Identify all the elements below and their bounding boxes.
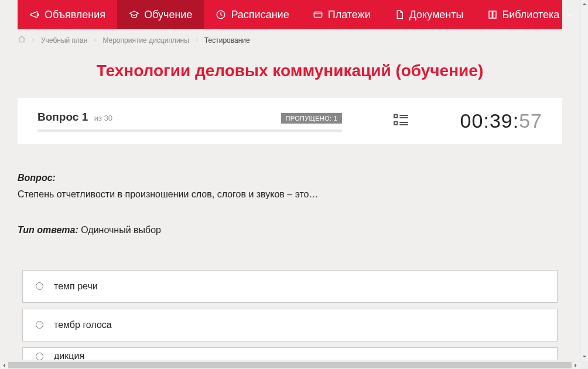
answer-options: темп речи тембр голоса дикция (18, 270, 562, 360)
scroll-up-icon[interactable] (580, 0, 588, 8)
book-icon (487, 9, 498, 20)
breadcrumb: Учебный план Мероприятие дисциплины Тест… (18, 29, 562, 51)
svg-rect-1 (314, 12, 322, 18)
nav-education[interactable]: Обучение (117, 0, 204, 29)
page-title: Технологии деловых коммуникаций (обучени… (0, 62, 580, 80)
megaphone-icon (29, 9, 40, 20)
nav-label: Документы (409, 9, 464, 21)
answer-radio[interactable] (36, 353, 43, 360)
nav-announcements[interactable]: Объявления (18, 0, 117, 29)
graduation-cap-icon (129, 9, 139, 20)
question-label: Вопрос: (18, 170, 562, 186)
answer-option-label: дикция (54, 351, 84, 360)
vertical-scrollbar[interactable] (580, 0, 588, 361)
question-text: Степень отчетливости в произношении слов… (18, 187, 562, 202)
question-list-button[interactable] (392, 111, 411, 132)
chevron-right-icon (30, 36, 36, 45)
question-total: из 30 (94, 114, 112, 122)
scrollbar-corner (580, 361, 588, 369)
question-number-label: Вопрос 1 (37, 111, 88, 123)
scroll-right-icon[interactable] (572, 361, 580, 369)
chevron-down-icon (564, 9, 575, 20)
scroll-left-icon[interactable] (0, 361, 8, 369)
clock-icon (216, 9, 226, 20)
question-block: Вопрос: Степень отчетливости в произноше… (18, 170, 562, 238)
card-icon (313, 9, 323, 20)
answer-radio[interactable] (36, 321, 43, 329)
nav-label: Расписание (231, 9, 289, 21)
home-icon[interactable] (18, 35, 26, 45)
answer-radio[interactable] (36, 282, 43, 290)
scroll-down-icon[interactable] (580, 353, 588, 361)
answer-option[interactable]: темп речи (22, 270, 558, 303)
breadcrumb-discipline-event[interactable]: Мероприятие дисциплины (102, 36, 189, 45)
status-bar: Вопрос 1 из 30 ПРОПУЩЕНО: 1 0 (18, 98, 562, 144)
nav-documents[interactable]: Документы (382, 0, 476, 29)
nav-label: Обучение (144, 9, 192, 21)
chevron-right-icon (92, 36, 98, 45)
nav-label: Объявления (45, 9, 105, 21)
svg-rect-2 (394, 114, 397, 117)
progress-bar (37, 129, 342, 132)
main-nav: Объявления Обучение Расписание Платежи (18, 0, 562, 29)
chevron-right-icon (194, 36, 200, 45)
nav-schedule[interactable]: Расписание (204, 0, 300, 29)
breadcrumb-testing: Тестирование (204, 36, 250, 45)
answer-option[interactable]: тембр голоса (22, 309, 558, 341)
timer: 00:39:57 (460, 110, 542, 132)
nav-label: Библиотека (502, 9, 560, 21)
breadcrumb-curriculum[interactable]: Учебный план (41, 36, 87, 45)
answer-option[interactable]: дикция (22, 347, 558, 360)
answer-option-label: тембр голоса (54, 320, 112, 330)
answer-type: Тип ответа: Одиночный выбор (18, 223, 562, 238)
nav-library[interactable]: Библиотека (476, 0, 580, 29)
answer-option-label: темп речи (54, 281, 98, 292)
skipped-badge: ПРОПУЩЕНО: 1 (281, 113, 342, 124)
horizontal-scrollbar[interactable] (0, 361, 580, 369)
nav-label: Платежи (328, 9, 371, 21)
svg-rect-3 (394, 121, 397, 124)
scrollbar-thumb[interactable] (8, 362, 572, 368)
nav-payments[interactable]: Платежи (301, 0, 382, 29)
document-icon (394, 9, 405, 20)
